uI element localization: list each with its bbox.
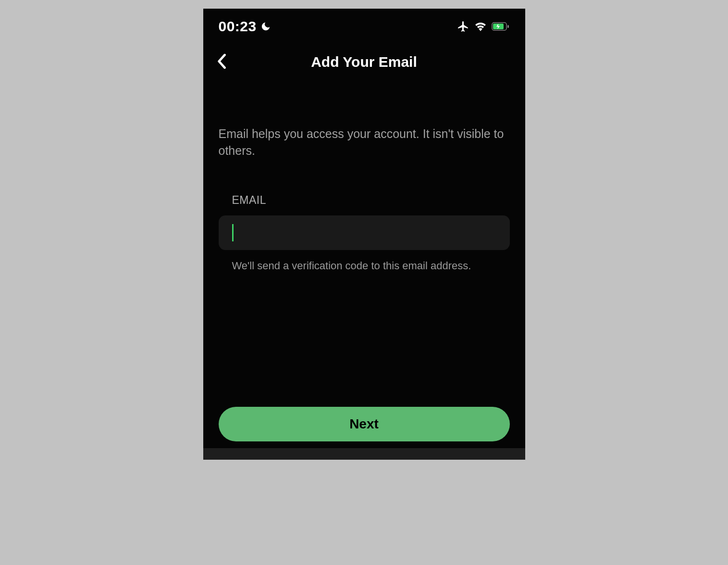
airplane-mode-icon <box>457 20 469 33</box>
wifi-icon <box>474 22 487 31</box>
next-button[interactable]: Next <box>219 407 510 441</box>
nav-header: Add Your Email <box>203 44 525 80</box>
text-cursor <box>232 224 234 241</box>
email-input-container[interactable] <box>219 215 510 250</box>
email-field[interactable] <box>232 226 496 239</box>
bottom-bar <box>203 448 525 460</box>
helper-text: We'll send a verification code to this e… <box>232 260 510 272</box>
do-not-disturb-icon <box>260 21 271 32</box>
status-bar: 00:23 <box>203 9 525 39</box>
chevron-left-icon <box>217 54 226 69</box>
email-label: EMAIL <box>232 194 510 207</box>
content-area: Email helps you access your account. It … <box>203 80 525 448</box>
battery-charging-icon <box>492 22 510 31</box>
description-text: Email helps you access your account. It … <box>219 126 510 159</box>
page-title: Add Your Email <box>311 54 417 70</box>
svg-rect-2 <box>507 25 509 28</box>
phone-screen: 00:23 Add Your Email <box>203 9 525 460</box>
status-left: 00:23 <box>219 18 271 35</box>
status-time: 00:23 <box>219 18 257 35</box>
status-right <box>457 20 510 33</box>
back-button[interactable] <box>215 52 228 73</box>
